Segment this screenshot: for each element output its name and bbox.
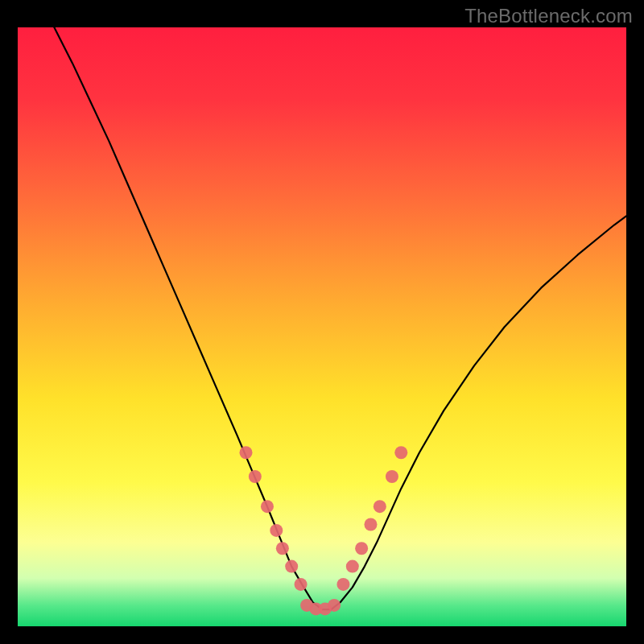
marker-curve_points_left <box>270 524 283 537</box>
chart-svg <box>18 27 626 626</box>
marker-curve_points_right <box>386 470 398 483</box>
marker-curve_points_left <box>295 578 308 591</box>
marker-curve_points_left <box>249 470 262 483</box>
marker-curve_points_right <box>374 500 386 513</box>
marker-curve_points_right <box>336 578 349 591</box>
chart-frame: TheBottleneck.com <box>0 0 644 644</box>
plot-area <box>18 27 626 626</box>
marker-curve_points_right <box>346 560 359 573</box>
marker-curve_points_left <box>276 542 289 555</box>
marker-curve_points_left <box>240 446 253 459</box>
marker-curve_points_left <box>285 560 298 573</box>
watermark-text: TheBottleneck.com <box>464 5 633 27</box>
gradient-background <box>18 27 626 626</box>
marker-curve_points_bottom <box>328 599 341 612</box>
marker-curve_points_right <box>394 446 407 459</box>
marker-curve_points_left <box>261 500 274 513</box>
marker-curve_points_right <box>355 542 368 555</box>
marker-curve_points_right <box>364 518 377 531</box>
